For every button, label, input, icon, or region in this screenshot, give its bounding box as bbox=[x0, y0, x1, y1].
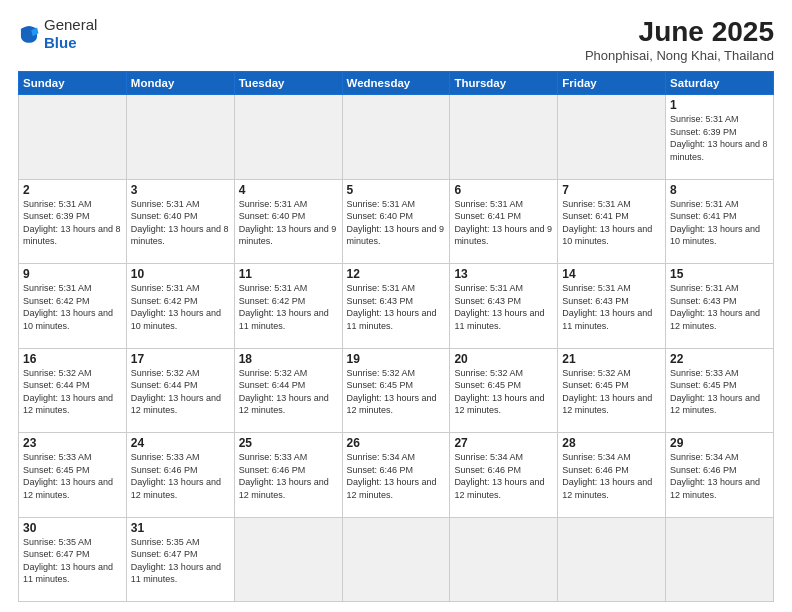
day-info: Sunrise: 5:32 AMSunset: 6:45 PMDaylight:… bbox=[347, 367, 446, 417]
title-block: June 2025 Phonphisai, Nong Khai, Thailan… bbox=[585, 16, 774, 63]
page: General Blue June 2025 Phonphisai, Nong … bbox=[0, 0, 792, 612]
day-info: Sunrise: 5:31 AMSunset: 6:40 PMDaylight:… bbox=[347, 198, 446, 248]
day-info: Sunrise: 5:32 AMSunset: 6:44 PMDaylight:… bbox=[131, 367, 230, 417]
day-number: 28 bbox=[562, 436, 661, 450]
calendar-cell: 1Sunrise: 5:31 AMSunset: 6:39 PMDaylight… bbox=[666, 95, 774, 180]
weekday-header-thursday: Thursday bbox=[450, 72, 558, 95]
day-number: 14 bbox=[562, 267, 661, 281]
day-number: 7 bbox=[562, 183, 661, 197]
calendar-cell bbox=[234, 517, 342, 602]
day-number: 5 bbox=[347, 183, 446, 197]
day-info: Sunrise: 5:31 AMSunset: 6:40 PMDaylight:… bbox=[239, 198, 338, 248]
day-number: 16 bbox=[23, 352, 122, 366]
weekday-header-saturday: Saturday bbox=[666, 72, 774, 95]
calendar-cell: 20Sunrise: 5:32 AMSunset: 6:45 PMDayligh… bbox=[450, 348, 558, 433]
day-info: Sunrise: 5:34 AMSunset: 6:46 PMDaylight:… bbox=[347, 451, 446, 501]
calendar-cell: 8Sunrise: 5:31 AMSunset: 6:41 PMDaylight… bbox=[666, 179, 774, 264]
weekday-header-friday: Friday bbox=[558, 72, 666, 95]
calendar-cell: 27Sunrise: 5:34 AMSunset: 6:46 PMDayligh… bbox=[450, 433, 558, 518]
day-number: 13 bbox=[454, 267, 553, 281]
calendar-cell: 19Sunrise: 5:32 AMSunset: 6:45 PMDayligh… bbox=[342, 348, 450, 433]
day-info: Sunrise: 5:32 AMSunset: 6:45 PMDaylight:… bbox=[562, 367, 661, 417]
calendar-week-row: 1Sunrise: 5:31 AMSunset: 6:39 PMDaylight… bbox=[19, 95, 774, 180]
calendar-week-row: 9Sunrise: 5:31 AMSunset: 6:42 PMDaylight… bbox=[19, 264, 774, 349]
day-info: Sunrise: 5:31 AMSunset: 6:43 PMDaylight:… bbox=[670, 282, 769, 332]
calendar-cell bbox=[558, 517, 666, 602]
logo: General Blue bbox=[18, 16, 97, 52]
calendar-cell: 22Sunrise: 5:33 AMSunset: 6:45 PMDayligh… bbox=[666, 348, 774, 433]
day-number: 29 bbox=[670, 436, 769, 450]
day-number: 24 bbox=[131, 436, 230, 450]
day-number: 26 bbox=[347, 436, 446, 450]
day-number: 1 bbox=[670, 98, 769, 112]
header: General Blue June 2025 Phonphisai, Nong … bbox=[18, 16, 774, 63]
day-info: Sunrise: 5:34 AMSunset: 6:46 PMDaylight:… bbox=[670, 451, 769, 501]
logo-blue-text: Blue bbox=[44, 34, 77, 51]
calendar-table: SundayMondayTuesdayWednesdayThursdayFrid… bbox=[18, 71, 774, 602]
calendar-cell: 14Sunrise: 5:31 AMSunset: 6:43 PMDayligh… bbox=[558, 264, 666, 349]
calendar-cell bbox=[342, 517, 450, 602]
day-number: 2 bbox=[23, 183, 122, 197]
day-number: 21 bbox=[562, 352, 661, 366]
calendar-week-row: 16Sunrise: 5:32 AMSunset: 6:44 PMDayligh… bbox=[19, 348, 774, 433]
day-number: 6 bbox=[454, 183, 553, 197]
calendar-cell: 12Sunrise: 5:31 AMSunset: 6:43 PMDayligh… bbox=[342, 264, 450, 349]
calendar-cell: 21Sunrise: 5:32 AMSunset: 6:45 PMDayligh… bbox=[558, 348, 666, 433]
weekday-header-tuesday: Tuesday bbox=[234, 72, 342, 95]
day-info: Sunrise: 5:33 AMSunset: 6:45 PMDaylight:… bbox=[23, 451, 122, 501]
day-info: Sunrise: 5:31 AMSunset: 6:43 PMDaylight:… bbox=[454, 282, 553, 332]
day-info: Sunrise: 5:31 AMSunset: 6:43 PMDaylight:… bbox=[347, 282, 446, 332]
calendar-cell: 2Sunrise: 5:31 AMSunset: 6:39 PMDaylight… bbox=[19, 179, 127, 264]
day-info: Sunrise: 5:32 AMSunset: 6:44 PMDaylight:… bbox=[239, 367, 338, 417]
calendar-week-row: 2Sunrise: 5:31 AMSunset: 6:39 PMDaylight… bbox=[19, 179, 774, 264]
calendar-cell: 26Sunrise: 5:34 AMSunset: 6:46 PMDayligh… bbox=[342, 433, 450, 518]
calendar-cell: 10Sunrise: 5:31 AMSunset: 6:42 PMDayligh… bbox=[126, 264, 234, 349]
day-number: 9 bbox=[23, 267, 122, 281]
calendar-week-row: 23Sunrise: 5:33 AMSunset: 6:45 PMDayligh… bbox=[19, 433, 774, 518]
calendar-cell bbox=[342, 95, 450, 180]
day-info: Sunrise: 5:31 AMSunset: 6:42 PMDaylight:… bbox=[23, 282, 122, 332]
day-number: 27 bbox=[454, 436, 553, 450]
day-number: 11 bbox=[239, 267, 338, 281]
calendar-cell: 7Sunrise: 5:31 AMSunset: 6:41 PMDaylight… bbox=[558, 179, 666, 264]
calendar-cell: 6Sunrise: 5:31 AMSunset: 6:41 PMDaylight… bbox=[450, 179, 558, 264]
day-info: Sunrise: 5:32 AMSunset: 6:44 PMDaylight:… bbox=[23, 367, 122, 417]
calendar-cell: 11Sunrise: 5:31 AMSunset: 6:42 PMDayligh… bbox=[234, 264, 342, 349]
calendar-cell: 4Sunrise: 5:31 AMSunset: 6:40 PMDaylight… bbox=[234, 179, 342, 264]
day-number: 22 bbox=[670, 352, 769, 366]
day-number: 4 bbox=[239, 183, 338, 197]
day-info: Sunrise: 5:31 AMSunset: 6:42 PMDaylight:… bbox=[239, 282, 338, 332]
calendar-cell: 5Sunrise: 5:31 AMSunset: 6:40 PMDaylight… bbox=[342, 179, 450, 264]
weekday-header-sunday: Sunday bbox=[19, 72, 127, 95]
day-info: Sunrise: 5:31 AMSunset: 6:39 PMDaylight:… bbox=[23, 198, 122, 248]
day-number: 31 bbox=[131, 521, 230, 535]
weekday-header-monday: Monday bbox=[126, 72, 234, 95]
day-number: 8 bbox=[670, 183, 769, 197]
calendar-cell: 15Sunrise: 5:31 AMSunset: 6:43 PMDayligh… bbox=[666, 264, 774, 349]
calendar-cell bbox=[450, 95, 558, 180]
day-number: 15 bbox=[670, 267, 769, 281]
day-number: 25 bbox=[239, 436, 338, 450]
logo-text: General Blue bbox=[44, 16, 97, 52]
day-info: Sunrise: 5:34 AMSunset: 6:46 PMDaylight:… bbox=[454, 451, 553, 501]
day-number: 18 bbox=[239, 352, 338, 366]
day-info: Sunrise: 5:31 AMSunset: 6:41 PMDaylight:… bbox=[562, 198, 661, 248]
main-title: June 2025 bbox=[585, 16, 774, 48]
day-number: 19 bbox=[347, 352, 446, 366]
calendar-cell bbox=[19, 95, 127, 180]
calendar-cell: 9Sunrise: 5:31 AMSunset: 6:42 PMDaylight… bbox=[19, 264, 127, 349]
calendar-cell bbox=[234, 95, 342, 180]
day-info: Sunrise: 5:31 AMSunset: 6:41 PMDaylight:… bbox=[454, 198, 553, 248]
calendar-cell: 16Sunrise: 5:32 AMSunset: 6:44 PMDayligh… bbox=[19, 348, 127, 433]
day-info: Sunrise: 5:34 AMSunset: 6:46 PMDaylight:… bbox=[562, 451, 661, 501]
calendar-cell: 25Sunrise: 5:33 AMSunset: 6:46 PMDayligh… bbox=[234, 433, 342, 518]
day-info: Sunrise: 5:31 AMSunset: 6:41 PMDaylight:… bbox=[670, 198, 769, 248]
calendar-cell: 31Sunrise: 5:35 AMSunset: 6:47 PMDayligh… bbox=[126, 517, 234, 602]
calendar-cell: 13Sunrise: 5:31 AMSunset: 6:43 PMDayligh… bbox=[450, 264, 558, 349]
calendar-cell: 17Sunrise: 5:32 AMSunset: 6:44 PMDayligh… bbox=[126, 348, 234, 433]
logo-general-text: General bbox=[44, 16, 97, 33]
day-info: Sunrise: 5:33 AMSunset: 6:46 PMDaylight:… bbox=[131, 451, 230, 501]
day-info: Sunrise: 5:31 AMSunset: 6:39 PMDaylight:… bbox=[670, 113, 769, 163]
calendar-cell bbox=[666, 517, 774, 602]
day-number: 17 bbox=[131, 352, 230, 366]
